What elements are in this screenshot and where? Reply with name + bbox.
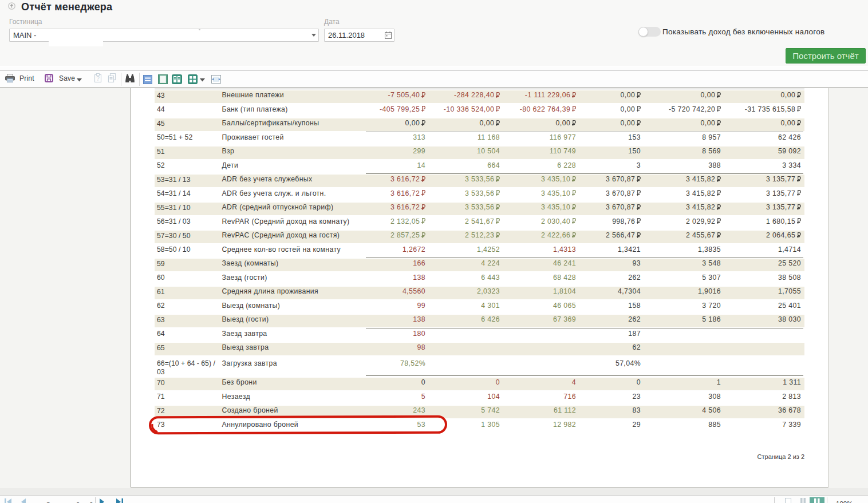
- svg-text:?: ?: [96, 76, 100, 82]
